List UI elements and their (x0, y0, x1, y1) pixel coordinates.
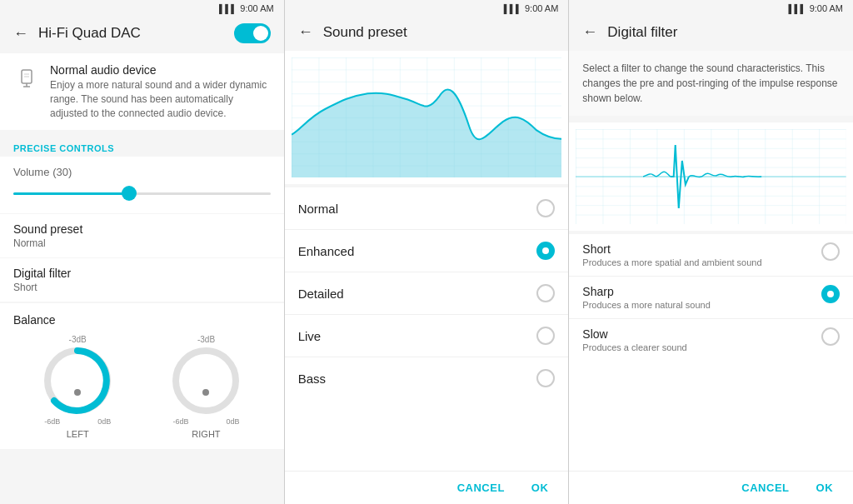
filter-name-sharp: Sharp (582, 285, 710, 298)
preset-item-normal[interactable]: Normal (285, 187, 569, 230)
slider-fill (13, 192, 129, 195)
slider-track (13, 192, 271, 195)
sound-preset-row[interactable]: Sound preset Normal (0, 214, 284, 257)
page-title-1: Hi-Fi Quad DAC (38, 25, 224, 42)
svg-point-9 (184, 359, 227, 402)
back-button-2[interactable]: ← (298, 23, 313, 41)
radio-enhanced[interactable] (536, 242, 555, 260)
radio-sharp[interactable] (821, 285, 840, 303)
balance-title: Balance (13, 313, 271, 327)
radio-normal[interactable] (536, 199, 555, 217)
status-bar-1: ▌▌▌ 9:00 AM (0, 0, 284, 17)
slider-thumb[interactable] (122, 186, 137, 201)
hifi-toggle[interactable] (234, 23, 271, 43)
filter-description: Select a filter to change the sound char… (569, 51, 853, 116)
balance-knobs: -3dB -6dB 0dB (13, 335, 271, 439)
time-2: 9:00 AM (525, 3, 558, 13)
digital-filter-label: Digital filter (13, 267, 271, 280)
filter-desc-slow: Produces a clearer sound (582, 342, 686, 352)
right-knob-top-label: -3dB (197, 335, 215, 344)
sound-preset-label: Sound preset (13, 222, 271, 236)
filter-item-sharp[interactable]: Sharp Produces a more natural sound (569, 277, 853, 319)
time-3: 9:00 AM (810, 3, 843, 13)
header-2: ← Sound preset (285, 17, 569, 47)
signal-icon-3: ▌▌▌ (788, 4, 806, 13)
filter-text-sharp: Sharp Produces a more natural sound (582, 285, 710, 310)
screen-digital-filter: ▌▌▌ 9:00 AM ← Digital filter Select a fi… (569, 0, 853, 504)
waveform-chart (569, 122, 853, 231)
filter-cancel-button[interactable]: CANCEL (735, 478, 796, 497)
balance-section: Balance -3dB (0, 303, 284, 449)
volume-slider[interactable] (13, 185, 271, 202)
preset-ok-button[interactable]: OK (525, 478, 556, 497)
preset-name-bass: Bass (298, 372, 326, 386)
preset-item-enhanced[interactable]: Enhanced (285, 230, 569, 272)
preset-item-bass[interactable]: Bass (285, 357, 569, 399)
radio-detailed[interactable] (536, 284, 555, 302)
radio-live[interactable] (536, 327, 555, 345)
right-knob-name: RIGHT (192, 429, 220, 439)
filter-desc-short: Produces a more spatial and ambient soun… (582, 257, 761, 267)
preset-name-detailed: Detailed (298, 287, 344, 301)
screens-container: ▌▌▌ 9:00 AM ← Hi-Fi Quad DAC (0, 0, 853, 504)
svg-point-10 (202, 389, 209, 396)
filter-item-slow[interactable]: Slow Produces a clearer sound (569, 319, 853, 361)
preset-name-enhanced: Enhanced (298, 244, 355, 258)
device-desc: Enjoy a more natural sound and a wider d… (50, 78, 271, 120)
digital-filter-row[interactable]: Digital filter Short (0, 258, 284, 302)
precise-controls-header: PRECISE CONTROLS (0, 133, 284, 157)
svg-point-7 (74, 389, 81, 396)
screen-hifi-dac: ▌▌▌ 9:00 AM ← Hi-Fi Quad DAC (0, 0, 285, 504)
volume-label: Volume (30) (13, 165, 271, 178)
preset-item-detailed[interactable]: Detailed (285, 272, 569, 315)
radio-short[interactable] (821, 242, 840, 261)
left-knob[interactable] (44, 347, 111, 414)
preset-item-live[interactable]: Live (285, 315, 569, 357)
radio-slow[interactable] (821, 327, 840, 346)
digital-filter-value: Short (13, 282, 271, 293)
signal-icon-2: ▌▌▌ (504, 4, 521, 13)
sound-chart (285, 51, 569, 184)
filter-text-slow: Slow Produces a clearer sound (582, 327, 686, 352)
filter-name-slow: Slow (582, 327, 686, 341)
svg-point-6 (56, 359, 99, 402)
status-bar-3: ▌▌▌ 9:00 AM (569, 0, 853, 17)
right-knob-wrapper: -3dB -6dB 0dB RIGHT (172, 335, 239, 439)
filter-dialog-actions: CANCEL OK (569, 471, 853, 504)
filter-item-short[interactable]: Short Produces a more spatial and ambien… (569, 234, 853, 277)
left-knob-top-label: -3dB (69, 335, 87, 344)
left-knob-name: LEFT (67, 429, 89, 439)
back-button-3[interactable]: ← (582, 23, 597, 41)
time-1: 9:00 AM (240, 3, 273, 13)
header-1: ← Hi-Fi Quad DAC (0, 17, 284, 50)
status-bar-2: ▌▌▌ 9:00 AM (285, 0, 569, 17)
audio-device-text: Normal audio device Enjoy a more natural… (50, 63, 271, 120)
header-3: ← Digital filter (569, 17, 853, 47)
filter-desc-sharp: Produces a more natural sound (582, 300, 710, 310)
left-knob-wrapper: -3dB -6dB 0dB (44, 335, 111, 439)
radio-bass[interactable] (536, 369, 555, 387)
right-knob-bottom-labels: -6dB 0dB (172, 417, 239, 426)
left-knob-bottom-labels: -6dB 0dB (44, 417, 111, 426)
filter-list: Short Produces a more spatial and ambien… (569, 234, 853, 471)
preset-name-normal: Normal (298, 202, 338, 216)
screen-sound-preset: ▌▌▌ 9:00 AM ← Sound preset (285, 0, 570, 504)
page-title-3: Digital filter (607, 24, 840, 41)
sound-preset-value: Normal (13, 237, 271, 249)
audio-device-card: Normal audio device Enjoy a more natural… (0, 53, 284, 130)
back-button-1[interactable]: ← (13, 25, 28, 42)
audio-device-icon (13, 65, 40, 92)
preset-cancel-button[interactable]: CANCEL (451, 478, 511, 497)
preset-dialog-actions: CANCEL OK (285, 471, 569, 504)
right-knob[interactable] (172, 347, 239, 414)
signal-icon-1: ▌▌▌ (219, 4, 237, 13)
preset-name-live: Live (298, 329, 322, 343)
filter-ok-button[interactable]: OK (810, 478, 841, 497)
filter-text-short: Short Produces a more spatial and ambien… (582, 242, 761, 267)
page-title-2: Sound preset (323, 24, 556, 41)
filter-name-short: Short (582, 242, 761, 256)
device-title: Normal audio device (50, 63, 271, 77)
volume-row: Volume (30) (0, 157, 284, 213)
preset-list: Normal Enhanced Detailed Live Bass (285, 187, 569, 471)
